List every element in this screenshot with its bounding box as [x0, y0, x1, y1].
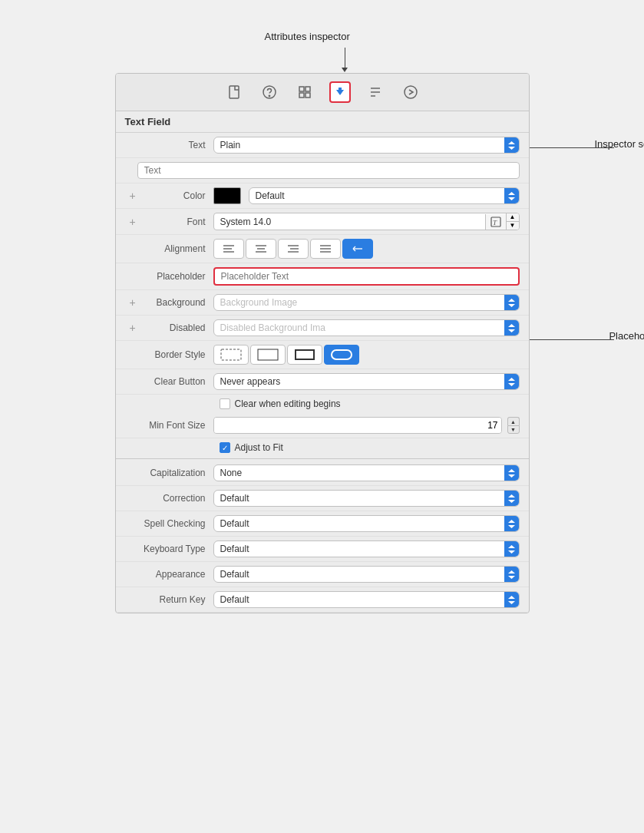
svg-marker-53 [508, 570, 515, 574]
align-natural-btn[interactable] [342, 239, 373, 259]
keyboard-type-dropdown[interactable]: Default [213, 540, 520, 557]
capitalization-dropdown-btn[interactable] [504, 465, 519, 481]
appearance-dropdown-btn[interactable] [504, 567, 519, 582]
annotation-arrow-top [342, 68, 348, 72]
grid-icon[interactable] [294, 81, 315, 103]
svg-rect-4 [305, 87, 310, 91]
clear-editing-checkbox[interactable] [220, 398, 230, 409]
annotation-line-top [345, 48, 345, 69]
disabled-prefix: + [125, 322, 140, 334]
color-dropdown-btn[interactable] [504, 188, 519, 203]
adjust-fit-checkbox[interactable] [220, 442, 230, 453]
clear-button-dropdown[interactable]: Never appears [213, 373, 520, 390]
font-T-button[interactable]: T [485, 214, 506, 230]
min-font-content: ▲ ▼ [213, 417, 520, 434]
border-style-content [213, 345, 520, 365]
min-font-label: Min Font Size [125, 420, 213, 431]
spell-checking-value: Default [214, 516, 504, 531]
min-font-stepper-up[interactable]: ▲ [507, 417, 520, 425]
font-stepper[interactable]: ▲ ▼ [506, 213, 519, 230]
arrow-icon[interactable] [400, 81, 421, 103]
font-row: + Font System 14.0 T ▲ ▼ [116, 209, 529, 235]
border-dashed-btn[interactable] [213, 345, 249, 365]
keyboard-type-dropdown-btn[interactable] [504, 541, 519, 557]
clear-button-dropdown-btn[interactable] [504, 374, 519, 389]
svg-marker-48 [508, 500, 515, 503]
svg-marker-50 [508, 525, 515, 528]
background-dropdown-btn[interactable] [504, 295, 519, 310]
attributes-inspector-panel: Text Field Text Plain [115, 73, 530, 613]
svg-rect-0 [230, 86, 239, 98]
return-key-label: Return Key [125, 594, 213, 605]
correction-value: Default [214, 491, 504, 506]
placeholder-input[interactable] [213, 267, 520, 286]
svg-point-13 [405, 86, 417, 98]
align-right-btn[interactable] [278, 239, 309, 259]
border-square-thin-btn[interactable] [250, 345, 286, 365]
svg-rect-39 [221, 349, 241, 360]
align-justify-btn[interactable] [310, 239, 341, 259]
min-font-stepper-down[interactable]: ▼ [507, 425, 520, 434]
disabled-dropdown[interactable]: Disabled Background Ima [213, 319, 520, 336]
min-font-row: Min Font Size ▲ ▼ [116, 413, 529, 438]
border-square-thick-btn[interactable] [287, 345, 322, 365]
border-group [213, 345, 359, 365]
appearance-label: Appearance [125, 569, 213, 580]
font-row-content: System 14.0 T ▲ ▼ [213, 213, 520, 230]
color-dropdown-value: Default [249, 188, 504, 203]
appearance-dropdown[interactable]: Default [213, 566, 520, 583]
font-stepper-down[interactable]: ▼ [507, 222, 519, 230]
placeholder-row-content [213, 267, 520, 286]
spell-checking-dropdown[interactable]: Default [213, 515, 520, 532]
question-icon[interactable] [259, 81, 280, 103]
return-key-dropdown-btn[interactable] [504, 592, 519, 607]
list-icon[interactable] [365, 81, 386, 103]
text-placeholder-input[interactable] [137, 162, 520, 179]
attributes-icon[interactable] [329, 81, 351, 103]
spell-checking-dropdown-btn[interactable] [504, 516, 519, 531]
min-font-stepper: ▲ ▼ [507, 417, 520, 434]
disabled-row-content: Disabled Background Ima [213, 319, 520, 336]
capitalization-dropdown[interactable]: None [213, 464, 520, 481]
background-dropdown[interactable]: Background Image [213, 294, 520, 311]
border-style-label: Border Style [125, 349, 213, 360]
clear-button-label: Clear Button [125, 376, 213, 387]
svg-marker-14 [508, 141, 515, 144]
border-rounded-btn[interactable] [324, 345, 359, 365]
text-placeholder-row [116, 158, 529, 183]
correction-dropdown-btn[interactable] [504, 491, 519, 506]
font-value: System 14.0 [214, 214, 485, 230]
appearance-content: Default [213, 566, 520, 583]
align-center-btn[interactable] [246, 239, 276, 259]
keyboard-type-content: Default [213, 540, 520, 557]
svg-rect-3 [299, 87, 304, 91]
text-dropdown[interactable]: Plain [213, 137, 520, 154]
color-row-content: Default [213, 187, 520, 204]
alignment-row: Alignment [116, 235, 529, 263]
font-prefix: + [125, 216, 140, 228]
text-row: Text Plain [116, 133, 529, 158]
disabled-dropdown-btn[interactable] [504, 320, 519, 336]
color-swatch[interactable] [213, 187, 241, 204]
color-dropdown[interactable]: Default [249, 187, 520, 204]
text-dropdown-btn[interactable] [504, 137, 519, 153]
file-icon[interactable] [223, 81, 245, 103]
return-key-dropdown[interactable]: Default [213, 591, 520, 608]
svg-rect-42 [332, 350, 352, 359]
color-prefix: + [125, 190, 140, 202]
text-placeholder-content [137, 162, 520, 179]
clear-button-content: Never appears [213, 373, 520, 390]
svg-marker-15 [508, 147, 515, 150]
keyboard-type-label: Keyboard Type [125, 544, 213, 554]
min-font-input[interactable] [214, 418, 501, 433]
disabled-row: + Disabled Disabled Background Ima [116, 316, 529, 341]
svg-marker-37 [508, 324, 515, 327]
svg-marker-49 [508, 520, 515, 523]
clear-button-row: Clear Button Never appears [116, 369, 529, 395]
align-left-btn[interactable] [213, 239, 244, 259]
font-stepper-up[interactable]: ▲ [507, 213, 519, 222]
divider-1 [116, 458, 529, 459]
inspector-toolbar [116, 74, 529, 111]
correction-dropdown[interactable]: Default [213, 490, 520, 507]
clear-editing-label: Clear when editing begins [235, 398, 341, 409]
